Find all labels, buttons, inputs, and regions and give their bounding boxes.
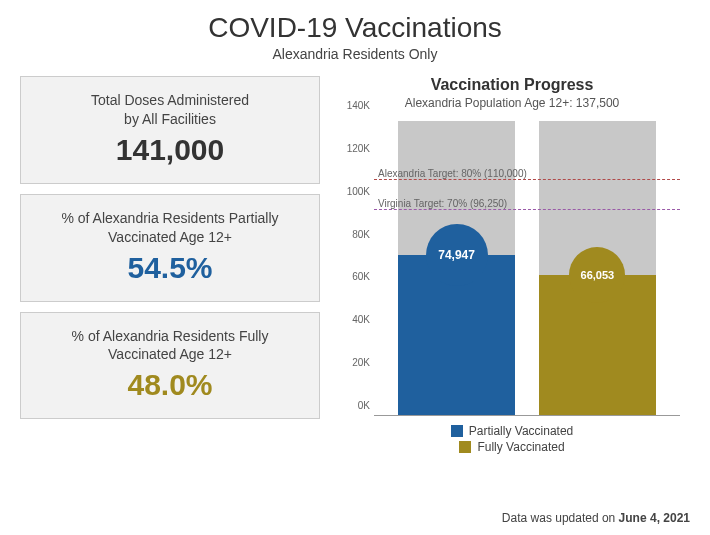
- y-tick: 60K: [352, 271, 370, 282]
- chart-panel: Vaccination Progress Alexandria Populati…: [334, 76, 690, 456]
- legend-label: Fully Vaccinated: [477, 440, 564, 454]
- legend-full: Fully Vaccinated: [459, 440, 564, 454]
- stat-label: % of Alexandria Residents Partially Vacc…: [31, 209, 309, 247]
- chart-area: 0K 20K 40K 60K 80K 100K 120K 140K 74,947…: [374, 116, 680, 416]
- main-content: Total Doses Administered by All Faciliti…: [0, 76, 710, 456]
- stat-label-line1: % of Alexandria Residents Partially: [61, 210, 278, 226]
- y-axis: 0K 20K 40K 60K 80K 100K 120K 140K: [334, 116, 372, 416]
- bar-bg-full: 66,053: [539, 121, 655, 416]
- stat-label-line2: by All Facilities: [124, 111, 216, 127]
- plot: 74,947 66,053 Alexandria Target: 80% (11…: [374, 116, 680, 416]
- target-label-alexandria: Alexandria Target: 80% (110,000): [378, 168, 527, 179]
- stat-label-line2: Vaccinated Age 12+: [108, 229, 232, 245]
- update-footer: Data was updated on June 4, 2021: [502, 511, 690, 525]
- stat-label-line2: Vaccinated Age 12+: [108, 346, 232, 362]
- stat-label-line1: Total Doses Administered: [91, 92, 249, 108]
- bubble-full: 66,053: [569, 247, 625, 303]
- stat-label: Total Doses Administered by All Faciliti…: [31, 91, 309, 129]
- swatch-olive-icon: [459, 441, 471, 453]
- stat-value: 48.0%: [31, 368, 309, 402]
- legend: Partially Vaccinated Fully Vaccinated: [334, 424, 690, 456]
- y-tick: 20K: [352, 357, 370, 368]
- legend-partial: Partially Vaccinated: [451, 424, 574, 438]
- stats-column: Total Doses Administered by All Faciliti…: [20, 76, 320, 456]
- y-tick: 40K: [352, 314, 370, 325]
- x-axis-line: [374, 415, 680, 416]
- legend-label: Partially Vaccinated: [469, 424, 574, 438]
- y-tick: 140K: [347, 100, 370, 111]
- stat-label: % of Alexandria Residents Fully Vaccinat…: [31, 327, 309, 365]
- bar-bg-partial: 74,947: [398, 121, 514, 416]
- stat-value: 54.5%: [31, 251, 309, 285]
- y-tick: 80K: [352, 228, 370, 239]
- page-subtitle: Alexandria Residents Only: [0, 46, 710, 62]
- stat-partial-pct: % of Alexandria Residents Partially Vacc…: [20, 194, 320, 302]
- bubble-partial: 74,947: [426, 224, 488, 286]
- footer-date: June 4, 2021: [619, 511, 690, 525]
- swatch-blue-icon: [451, 425, 463, 437]
- y-tick: 120K: [347, 142, 370, 153]
- target-label-virginia: Virginia Target: 70% (96,250): [378, 198, 507, 209]
- chart-subtitle: Alexandria Population Age 12+: 137,500: [334, 96, 690, 110]
- target-line-virginia: Virginia Target: 70% (96,250): [374, 209, 680, 210]
- chart-title: Vaccination Progress: [334, 76, 690, 94]
- footer-prefix: Data was updated on: [502, 511, 619, 525]
- target-line-alexandria: Alexandria Target: 80% (110,000): [374, 179, 680, 180]
- y-tick: 0K: [358, 400, 370, 411]
- stat-value: 141,000: [31, 133, 309, 167]
- stat-label-line1: % of Alexandria Residents Fully: [72, 328, 269, 344]
- page-title: COVID-19 Vaccinations: [0, 0, 710, 44]
- stat-full-pct: % of Alexandria Residents Fully Vaccinat…: [20, 312, 320, 420]
- stat-total-doses: Total Doses Administered by All Faciliti…: [20, 76, 320, 184]
- y-tick: 100K: [347, 185, 370, 196]
